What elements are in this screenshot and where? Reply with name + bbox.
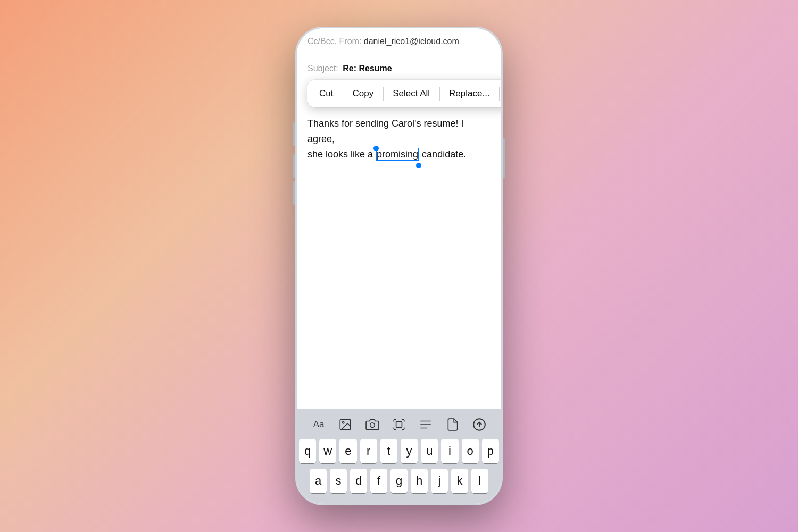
cc-bcc-label: Cc/Bcc, From: bbox=[307, 37, 361, 46]
key-s[interactable]: s bbox=[330, 469, 347, 493]
key-e[interactable]: e bbox=[339, 439, 356, 463]
keyboard-rows: q w e r t y u i o p a s d f g bbox=[297, 439, 501, 493]
more-options-button[interactable]: › bbox=[500, 80, 501, 107]
key-o[interactable]: o bbox=[462, 439, 479, 463]
keyboard: Aa bbox=[297, 409, 501, 504]
key-l[interactable]: l bbox=[471, 469, 488, 493]
toolbar-font-button[interactable]: Aa bbox=[307, 414, 330, 435]
toolbar-scan-button[interactable] bbox=[388, 414, 410, 435]
phone-frame: Cc/Bcc, From: daniel_rico1@icloud.com Su… bbox=[295, 27, 503, 505]
select-all-button[interactable]: Select All bbox=[383, 80, 439, 107]
key-row-2: a s d f g h j k l bbox=[299, 469, 499, 493]
svg-point-2 bbox=[370, 423, 375, 428]
selection-end-cursor bbox=[418, 148, 419, 161]
key-u[interactable]: u bbox=[421, 439, 438, 463]
toolbar-textformat-button[interactable] bbox=[414, 414, 437, 435]
selected-text: promising bbox=[377, 149, 418, 161]
copy-button[interactable]: Copy bbox=[343, 80, 383, 107]
cut-button[interactable]: Cut bbox=[310, 80, 343, 107]
key-g[interactable]: g bbox=[390, 469, 408, 493]
context-menu: Cut Copy Select All Replace... › bbox=[307, 80, 501, 107]
cc-bcc-value: daniel_rico1@icloud.com bbox=[364, 37, 459, 46]
keyboard-toolbar: Aa bbox=[297, 409, 501, 439]
key-t[interactable]: t bbox=[380, 439, 397, 463]
key-w[interactable]: w bbox=[319, 439, 336, 463]
key-f[interactable]: f bbox=[370, 469, 387, 493]
camera-icon bbox=[365, 418, 379, 431]
key-y[interactable]: y bbox=[401, 439, 418, 463]
subject-field[interactable]: Subject: Re: Resume bbox=[297, 55, 501, 82]
key-k[interactable]: k bbox=[451, 469, 468, 493]
subject-label: Subject: bbox=[307, 64, 338, 73]
toolbar-camera-button[interactable] bbox=[361, 414, 384, 435]
email-body[interactable]: Hi Herland, Cut Copy Select All Replace.… bbox=[297, 82, 501, 409]
textformat-icon bbox=[419, 418, 433, 431]
toolbar-document-button[interactable] bbox=[442, 414, 464, 435]
subject-value: Re: Resume bbox=[343, 64, 392, 73]
phone-screen: Cc/Bcc, From: daniel_rico1@icloud.com Su… bbox=[297, 28, 501, 504]
document-icon bbox=[446, 418, 460, 431]
replace-button[interactable]: Replace... bbox=[439, 80, 500, 107]
key-r[interactable]: r bbox=[360, 439, 377, 463]
email-compose-area: Cc/Bcc, From: daniel_rico1@icloud.com Su… bbox=[297, 28, 501, 409]
key-a[interactable]: a bbox=[310, 469, 327, 493]
toolbar-send-button[interactable] bbox=[468, 414, 491, 435]
key-h[interactable]: h bbox=[411, 469, 428, 493]
cursor-handle-bottom bbox=[416, 163, 421, 168]
key-q[interactable]: q bbox=[299, 439, 316, 463]
send-icon bbox=[472, 418, 486, 431]
key-j[interactable]: j bbox=[431, 469, 448, 493]
key-row-1: q w e r t y u i o p bbox=[299, 439, 499, 463]
body-text-after: candidate. bbox=[419, 149, 466, 160]
key-d[interactable]: d bbox=[350, 469, 367, 493]
scan-icon bbox=[392, 418, 406, 431]
body-text: Thanks for sending Carol's resume! I agr… bbox=[307, 116, 491, 162]
key-i[interactable]: i bbox=[441, 439, 458, 463]
image-icon bbox=[338, 418, 352, 431]
body-text-container: Cut Copy Select All Replace... › Thanks … bbox=[307, 116, 491, 162]
svg-rect-3 bbox=[396, 422, 402, 428]
key-p[interactable]: p bbox=[482, 439, 499, 463]
svg-point-1 bbox=[343, 422, 344, 423]
cc-bcc-field[interactable]: Cc/Bcc, From: daniel_rico1@icloud.com bbox=[297, 28, 501, 55]
toolbar-image-button[interactable] bbox=[334, 414, 356, 435]
